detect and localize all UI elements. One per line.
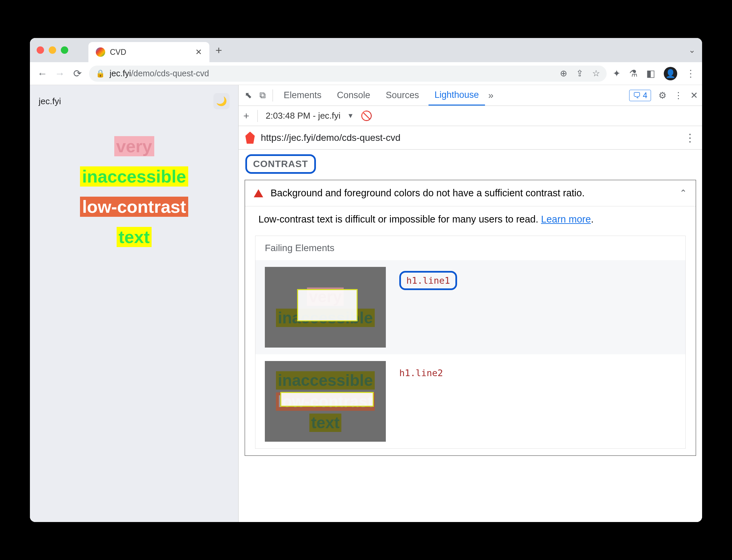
page-header: jec.fyi 🌙: [37, 93, 232, 119]
failing-row[interactable]: inaccessible low-contrast text h1.line2: [255, 354, 685, 448]
tab-elements[interactable]: Elements: [278, 85, 328, 106]
extensions-icon[interactable]: ✦: [613, 68, 620, 79]
url-host: jec.fyi: [110, 69, 131, 78]
audit-title: Background and foreground colors do not …: [271, 188, 585, 199]
lock-icon: 🔒: [96, 69, 105, 78]
page-viewport: jec.fyi 🌙 very inaccessible low-contrast…: [30, 85, 238, 522]
lighthouse-subbar: + 2:03:48 PM - jec.fyi ▼ 🚫: [239, 106, 702, 126]
dropdown-caret-icon[interactable]: ▼: [347, 112, 354, 120]
demo-text-line1: very: [114, 136, 154, 156]
forward-button[interactable]: →: [54, 68, 66, 79]
demo-text-line4: text: [117, 227, 152, 247]
window-maximize-button[interactable]: [61, 46, 68, 54]
demo-text-line3: low-contrast: [80, 197, 188, 217]
feedback-button[interactable]: 🗨 4: [629, 90, 651, 101]
sidepanel-icon[interactable]: ◧: [646, 68, 655, 79]
page-content: very inaccessible low-contrast text: [37, 119, 232, 247]
traffic-lights: [37, 46, 68, 54]
feedback-count: 4: [643, 91, 647, 100]
separator: [257, 110, 258, 122]
device-toggle-icon[interactable]: ⧉: [257, 90, 268, 101]
close-devtools-icon[interactable]: ✕: [690, 90, 698, 101]
tab-console[interactable]: Console: [331, 85, 376, 106]
toolbar: ← → ⟳ 🔒 jec.fyi/demo/cds-quest-cvd ⊕ ⇪ ☆…: [30, 62, 702, 85]
audit-description-text: Low-contrast text is difficult or imposs…: [258, 214, 541, 225]
lighthouse-body: CONTRAST Background and foreground color…: [239, 150, 702, 522]
lighthouse-url-bar: https://jec.fyi/demo/cds-quest-cvd ⋮: [239, 126, 702, 150]
profile-avatar[interactable]: 👤: [664, 67, 677, 80]
collapse-caret-icon[interactable]: ⌃: [680, 188, 687, 198]
report-dropdown[interactable]: 2:03:48 PM - jec.fyi: [266, 111, 341, 121]
address-actions: ⊕ ⇪ ☆: [560, 68, 600, 79]
tab-sources[interactable]: Sources: [380, 85, 425, 106]
share-icon[interactable]: ⇪: [576, 68, 583, 79]
audit-card: Background and foreground colors do not …: [245, 180, 696, 456]
settings-icon[interactable]: ⚙: [658, 90, 666, 101]
demo-text-line2: inaccessible: [80, 166, 188, 187]
new-tab-button[interactable]: +: [215, 44, 222, 57]
element-selector[interactable]: h1.line2: [399, 361, 443, 378]
labs-icon[interactable]: ⚗: [629, 68, 638, 79]
address-bar[interactable]: 🔒 jec.fyi/demo/cds-quest-cvd ⊕ ⇪ ☆: [89, 66, 607, 82]
menu-icon[interactable]: ⋮: [686, 68, 695, 79]
clear-report-icon[interactable]: 🚫: [361, 110, 372, 121]
report-menu-icon[interactable]: ⋮: [685, 131, 695, 144]
more-tabs-icon[interactable]: »: [488, 90, 494, 101]
window-minimize-button[interactable]: [49, 46, 56, 54]
devtools-right-actions: 🗨 4 ⚙ ⋮ ✕: [629, 90, 698, 101]
page-site-label: jec.fyi: [39, 96, 61, 107]
report-label: 2:03:48 PM - jec.fyi: [266, 111, 341, 121]
kebab-menu-icon[interactable]: ⋮: [674, 90, 683, 101]
thumb-text: inaccessible: [276, 371, 375, 390]
failing-elements-panel: Failing Elements very inaccessible h1.li…: [255, 236, 686, 449]
back-button[interactable]: ←: [37, 68, 48, 79]
report-url: https://jec.fyi/demo/cds-quest-cvd: [261, 132, 401, 143]
tab-close-icon[interactable]: ✕: [195, 47, 202, 57]
tab-title: CVD: [110, 48, 191, 57]
tab-lighthouse[interactable]: Lighthouse: [429, 85, 485, 106]
tab-strip: CVD ✕ + ⌄: [30, 38, 702, 62]
theme-toggle-button[interactable]: 🌙: [213, 93, 230, 109]
feedback-icon: 🗨: [633, 91, 641, 100]
learn-more-link[interactable]: Learn more: [541, 214, 591, 225]
audit-header[interactable]: Background and foreground colors do not …: [245, 180, 696, 206]
lighthouse-logo-icon: [245, 132, 255, 144]
url-path: /demo/cds-quest-cvd: [131, 69, 209, 78]
element-selector[interactable]: h1.line1: [399, 271, 457, 290]
search-icon[interactable]: ⊕: [560, 68, 567, 79]
inspect-icon[interactable]: ⬉: [243, 90, 254, 101]
failing-elements-title: Failing Elements: [255, 236, 685, 260]
window-close-button[interactable]: [37, 46, 44, 54]
moon-icon: 🌙: [216, 96, 227, 107]
highlight-box: [297, 289, 358, 321]
new-report-button[interactable]: +: [243, 110, 249, 122]
toolbar-actions: ✦ ⚗ ◧ 👤 ⋮: [613, 67, 695, 80]
audit-description: Low-contrast text is difficult or imposs…: [245, 206, 696, 232]
tab-list-dropdown-icon[interactable]: ⌄: [689, 45, 695, 55]
warning-triangle-icon: [254, 189, 263, 197]
section-title-contrast: CONTRAST: [245, 154, 316, 174]
bookmark-icon[interactable]: ☆: [592, 68, 600, 79]
browser-tab[interactable]: CVD ✕: [88, 42, 209, 62]
thumb-text: text: [309, 413, 341, 432]
element-thumbnail: very inaccessible: [265, 267, 386, 348]
content-area: jec.fyi 🌙 very inaccessible low-contrast…: [30, 85, 702, 522]
browser-window: CVD ✕ + ⌄ ← → ⟳ 🔒 jec.fyi/demo/cds-quest…: [30, 38, 702, 522]
element-thumbnail: inaccessible low-contrast text: [265, 361, 386, 442]
period: .: [591, 214, 594, 225]
devtools-tab-bar: ⬉ ⧉ Elements Console Sources Lighthouse …: [239, 85, 702, 106]
separator: [273, 89, 273, 102]
reload-button[interactable]: ⟳: [72, 68, 83, 79]
highlight-box: [280, 392, 374, 407]
devtools-panel: ⬉ ⧉ Elements Console Sources Lighthouse …: [238, 85, 702, 522]
failing-row[interactable]: very inaccessible h1.line1: [255, 260, 685, 354]
tab-favicon-icon: [96, 47, 105, 57]
